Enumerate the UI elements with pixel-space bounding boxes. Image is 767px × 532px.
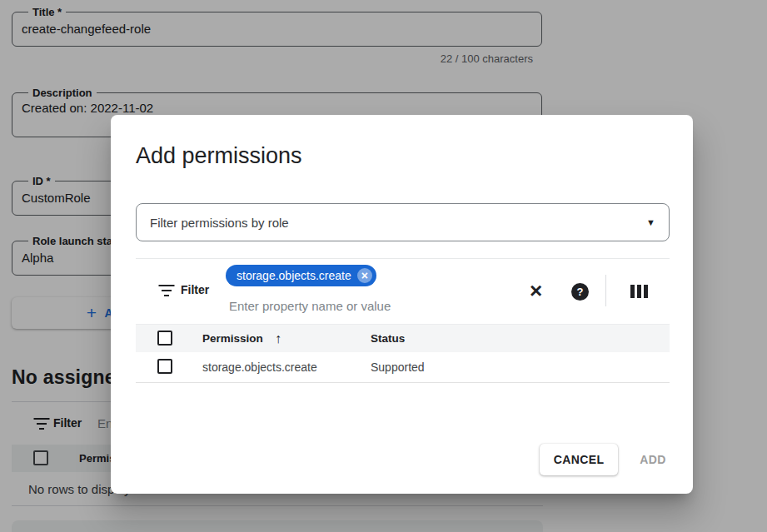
- sort-ascending-icon[interactable]: ↑: [275, 331, 281, 346]
- row-status: Supported: [371, 360, 425, 374]
- table-row[interactable]: storage.objects.create Supported: [136, 352, 670, 383]
- filter-chip[interactable]: storage.objects.create ×: [226, 265, 376, 286]
- cancel-button[interactable]: CANCEL: [540, 444, 618, 475]
- add-permissions-dialog: Add permissions Filter permissions by ro…: [111, 115, 693, 494]
- help-icon[interactable]: ?: [571, 283, 589, 301]
- column-display-icon[interactable]: [630, 285, 648, 298]
- column-header-permission: Permission: [202, 332, 263, 345]
- divider: [136, 258, 670, 259]
- role-filter-select[interactable]: Filter permissions by role ▼: [136, 203, 670, 241]
- filter-input[interactable]: Enter property name or value: [229, 299, 391, 313]
- row-permission: storage.objects.create: [202, 360, 317, 374]
- table-header: Permission ↑ Status: [136, 324, 670, 352]
- dialog-title: Add permissions: [136, 142, 302, 171]
- add-button[interactable]: ADD: [624, 444, 682, 475]
- chip-remove-icon[interactable]: ×: [357, 268, 372, 283]
- filter-icon: [158, 285, 175, 296]
- create-role-page: Title * create-changefeed-role 22 / 100 …: [0, 0, 767, 532]
- filter-label: Filter: [181, 283, 209, 296]
- row-checkbox[interactable]: [157, 359, 172, 374]
- divider: [605, 275, 606, 306]
- filter-chip-label: storage.objects.create: [237, 269, 351, 282]
- chevron-down-icon: ▼: [646, 218, 655, 227]
- role-filter-select-value: Filter permissions by role: [150, 216, 289, 230]
- select-all-checkbox[interactable]: [157, 331, 172, 346]
- column-header-status: Status: [371, 332, 405, 345]
- clear-filter-icon[interactable]: ×: [530, 280, 542, 301]
